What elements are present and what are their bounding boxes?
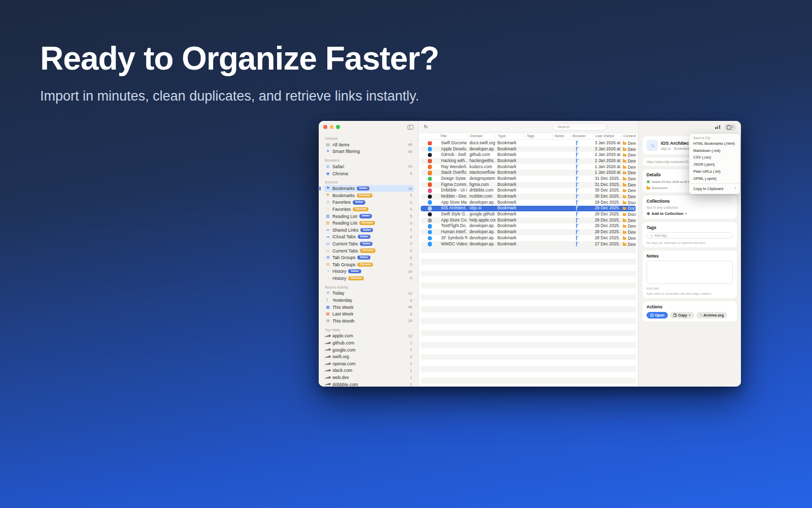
row-type: Bookmark — [495, 176, 524, 181]
table-row[interactable]: Human Interf… developer.ap… Bookmark 28 … — [421, 229, 636, 235]
row-domain: developer.ap… — [467, 236, 495, 241]
safari-browser-icon — [576, 165, 577, 170]
sidebar-item[interactable]: ∞ Shared Links Safari 2 — [324, 227, 414, 234]
menu-item[interactable]: OPML (.opml) — [689, 175, 740, 182]
sidebar-item[interactable]: ▥ Reading List Chrome 0 — [324, 219, 414, 227]
table-row[interactable]: Mobbin - Des… mobbin.com Bookmark 30 Dec… — [421, 194, 636, 200]
sidebar-item[interactable]: ▂▄▆ dribbble.com 1 — [324, 381, 414, 387]
table-row[interactable]: Ray Wenderli… kodeco.com Bookmark 1 Jan … — [421, 164, 636, 170]
sidebar-item[interactable]: ✦ Smart filtering 45 — [324, 148, 414, 155]
sidebar-item[interactable]: ◔ History Safari 14 — [324, 268, 414, 275]
sidebar-item[interactable]: ⚑ Bookmarks Safari 18 — [324, 185, 414, 192]
copy-button[interactable]: Copy ∨ — [670, 312, 694, 319]
table-row[interactable]: WWDC Videos developer.ap… Bookmark 27 De… — [421, 241, 636, 247]
sidebar-item[interactable]: ▤ All Items 48 — [324, 141, 414, 148]
column-header[interactable]: Last Visited — [593, 134, 621, 138]
sun-icon: ☀ — [325, 291, 331, 295]
row-type: Bookmark — [495, 242, 524, 247]
table-row[interactable]: SF Symbols R… developer.ap… Bookmark 28 … — [421, 235, 636, 241]
sidebar-item[interactable]: ▂▄▆ github.com 2 — [324, 339, 414, 346]
sidebar-toggle-icon[interactable] — [408, 125, 414, 130]
calendar-grid-icon: ⊞ — [325, 319, 331, 323]
folder-icon — [623, 166, 626, 169]
table-row[interactable]: Dribbble - UI I… dribbble.com Bookmark 3… — [421, 188, 636, 194]
open-button[interactable]: Open — [647, 312, 668, 319]
table-row[interactable]: Swift Docume… docs.swift.org Bookmark 3 … — [421, 140, 636, 146]
sidebar-item[interactable]: ⊞ Tab Groups Chrome 0 — [324, 261, 414, 268]
sidebar-item[interactable]: ☀ Today 13 — [324, 290, 414, 297]
sidebar-item[interactable]: ⊞ Tab Groups Safari 0 — [324, 254, 414, 261]
sidebar-item[interactable]: ☆ Favorites Chrome 0 — [324, 206, 414, 213]
folder-icon — [623, 148, 626, 151]
menu-item[interactable]: JSON (.json) — [689, 162, 740, 169]
safari-browser-icon — [576, 212, 577, 217]
search-input[interactable] — [553, 123, 606, 131]
table-row[interactable]: iOS Architect… objc.io Bookmark 29 Dec 2… — [421, 206, 636, 212]
safari-browser-icon — [576, 230, 577, 235]
sidebar-item[interactable]: ▂▄▆ slack.com 1 — [324, 367, 414, 374]
row-domain: dribbble.com — [467, 188, 495, 193]
design-systems-favicon — [428, 177, 432, 181]
sidebar-item[interactable]: ☾ Yesterday 8 — [324, 297, 414, 304]
tags-card: Tags ◇ Add tag… No tags yet. Add tags to… — [642, 222, 737, 247]
sidebar-item[interactable]: ☁ iCloud Tabs Safari 4 — [324, 234, 414, 241]
sidebar-item[interactable]: ◉ Chrome 5 — [324, 170, 414, 177]
close-button[interactable] — [323, 125, 327, 129]
table-row[interactable]: App Store Co… help.apple.com Bookmark 29… — [421, 217, 636, 224]
table-row[interactable]: Swift Style G… google.github… Bookmark 2… — [421, 211, 636, 217]
table-row[interactable]: Hacking with… hackingwiths… Bookmark 2 J… — [421, 158, 636, 164]
sidebar-item[interactable]: ▂▄▆ web.dev 1 — [324, 374, 414, 381]
sidebar-item[interactable]: ⚑ Bookmarks Chrome 5 — [324, 192, 414, 199]
column-header[interactable]: Browser — [570, 134, 593, 138]
zoom-button[interactable] — [336, 125, 340, 129]
sidebar-item[interactable]: ▭ Current Tabs Safari 0 — [324, 240, 414, 247]
add-to-collection-button[interactable]: ⊕ Add to Collection ∨ — [647, 211, 733, 216]
sidebar-item[interactable]: ▭ Current Tabs Chrome 0 — [324, 247, 414, 255]
folder-icon — [623, 189, 626, 192]
row-domain: developer.ap… — [467, 224, 495, 229]
sidebar-item[interactable]: ☆ Favorites Safari 0 — [324, 199, 414, 206]
sidebar-item[interactable]: ◔ History Chrome 0 — [324, 275, 414, 282]
table-row[interactable]: GitHub - Swif… github.com Bookmark 2 Jan… — [421, 152, 636, 158]
sidebar-item[interactable]: ▦ This Week 45 — [324, 304, 414, 311]
sidebar-item[interactable]: ▦ Last Week 3 — [324, 310, 414, 318]
refresh-icon[interactable]: ↻ — [424, 124, 428, 130]
item-count: 29 — [408, 319, 412, 323]
tag-input[interactable]: ◇ Add tag… — [647, 232, 733, 239]
share-icon — [727, 125, 731, 130]
sidebar-item[interactable]: ▥ Reading List Safari 5 — [324, 213, 414, 220]
menu-divider — [689, 183, 740, 184]
browser-badge: Chrome — [359, 221, 375, 225]
sidebar-item[interactable]: ▂▄▆ swift.org 2 — [324, 353, 414, 360]
sidebar-item[interactable]: ◎ Safari 43 — [324, 163, 414, 170]
minimize-button[interactable] — [330, 125, 334, 129]
notes-textarea[interactable] — [647, 261, 733, 284]
sidebar-item[interactable]: ▂▄▆ openai.com 1 — [324, 360, 414, 367]
bar-chart-icon: ▂▄▆ — [325, 383, 331, 386]
menu-item[interactable]: Markdown (.md) — [689, 147, 740, 154]
sidebar-item[interactable]: ▂▄▆ apple.com 13 — [324, 333, 414, 340]
column-header[interactable]: Domain — [467, 134, 495, 138]
menu-item-copy-to-clipboard[interactable]: Copy to Clipboard › — [689, 185, 740, 192]
column-header[interactable]: Context — [621, 134, 636, 138]
table-row[interactable]: Apple Develo… developer.ap… Bookmark 3 J… — [421, 146, 636, 152]
column-header[interactable]: Type — [495, 134, 524, 138]
column-header[interactable]: Notes — [552, 134, 570, 138]
column-header[interactable]: Title — [439, 134, 467, 138]
menu-item[interactable]: Plain URLs (.txt) — [689, 169, 740, 176]
menu-item[interactable]: CSV (.csv) — [689, 154, 740, 162]
tab-icon: ▭ — [325, 249, 331, 253]
column-header[interactable]: Tags — [524, 134, 552, 138]
sidebar-item[interactable]: ▂▄▆ google.com 2 — [324, 346, 414, 354]
table-row[interactable]: TestFlight Do… developer.ap… Bookmark 29… — [421, 224, 636, 230]
stats-icon[interactable] — [715, 125, 720, 129]
table-row[interactable]: App Store Ma… developer.ap… Bookmark 29 … — [421, 200, 636, 206]
table-row[interactable]: Design Syste… designsystem… Bookmark 31 … — [421, 176, 636, 182]
row-title: Human Interf… — [439, 230, 467, 235]
archive-button[interactable]: ◔ Archive.org — [696, 312, 727, 319]
menu-item[interactable]: HTML Bookmarks (.html) — [689, 140, 740, 147]
table-row[interactable]: Figma Comm… figma.com Bookmark 31 Dec 20… — [421, 182, 636, 188]
share-button[interactable]: ∨ — [724, 123, 736, 131]
table-row[interactable]: Stack Overflo… stackoverflow… Bookmark 1… — [421, 170, 636, 176]
sidebar-item[interactable]: ⊞ This Month 29 — [324, 318, 414, 325]
